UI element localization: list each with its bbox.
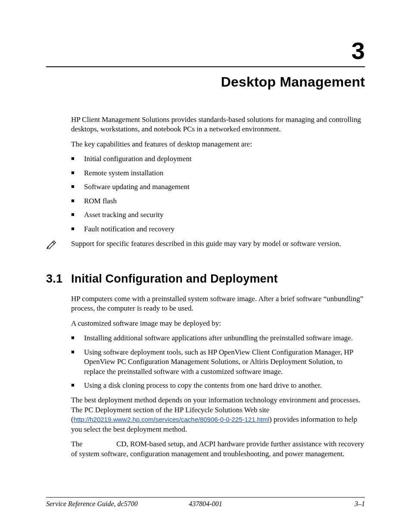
list-item: Initial configuration and deployment xyxy=(71,154,365,164)
intro-block: HP Client Management Solutions provides … xyxy=(71,115,365,234)
section-number: 3.1 xyxy=(46,272,71,286)
hp-lifecycle-link[interactable]: http://h20219.www2.hp.com/services/cache… xyxy=(74,416,269,423)
list-item: Fault notification and recovery xyxy=(71,224,365,234)
section-paragraph: A customized software image may be deplo… xyxy=(71,319,365,328)
page-footer: Service Reference Guide, dc5700 437804-0… xyxy=(46,497,365,508)
section-heading-3-1: 3.1 Initial Configuration and Deployment xyxy=(46,272,365,286)
text-run: The xyxy=(71,440,84,448)
chapter-title: Desktop Management xyxy=(46,74,365,90)
chapter-number: 3 xyxy=(46,39,365,63)
footer-center: 437804-001 xyxy=(46,500,365,508)
footer-rule xyxy=(46,497,365,498)
intro-bullet-list: Initial configuration and deployment Rem… xyxy=(71,154,365,234)
section-paragraph: The CD, ROM-based setup, and ACPI hardwa… xyxy=(71,439,365,459)
list-item: Using software deployment tools, such as… xyxy=(71,348,365,376)
document-page: 3 Desktop Management HP Client Managemen… xyxy=(0,0,411,532)
list-item: ROM flash xyxy=(71,196,365,206)
section-paragraph-with-link: The best deployment method depends on yo… xyxy=(71,395,365,434)
footer-right: 3–1 xyxy=(355,500,365,508)
intro-paragraph-1: HP Client Management Solutions provides … xyxy=(71,115,365,134)
section-paragraph: HP computers come with a preinstalled sy… xyxy=(71,294,365,314)
note-text: Support for specific features described … xyxy=(71,239,341,249)
list-item: Installing additional software applicati… xyxy=(71,333,365,343)
chapter-rule xyxy=(46,66,365,67)
section-bullet-list: Installing additional software applicati… xyxy=(71,333,365,390)
list-item: Software updating and management xyxy=(71,182,365,192)
list-item: Asset tracking and security xyxy=(71,210,365,220)
list-item: Remote system installation xyxy=(71,168,365,178)
pencil-note-icon xyxy=(46,239,71,249)
section-3-1-body: HP computers come with a preinstalled sy… xyxy=(71,294,365,459)
section-title: Initial Configuration and Deployment xyxy=(71,272,278,286)
intro-paragraph-2: The key capabilities and features of des… xyxy=(71,140,365,149)
text-run: CD, ROM-based setup, and ACPI hardware p… xyxy=(71,440,364,457)
list-item: Using a disk cloning process to copy the… xyxy=(71,381,365,390)
note-row: Support for specific features described … xyxy=(46,239,365,249)
